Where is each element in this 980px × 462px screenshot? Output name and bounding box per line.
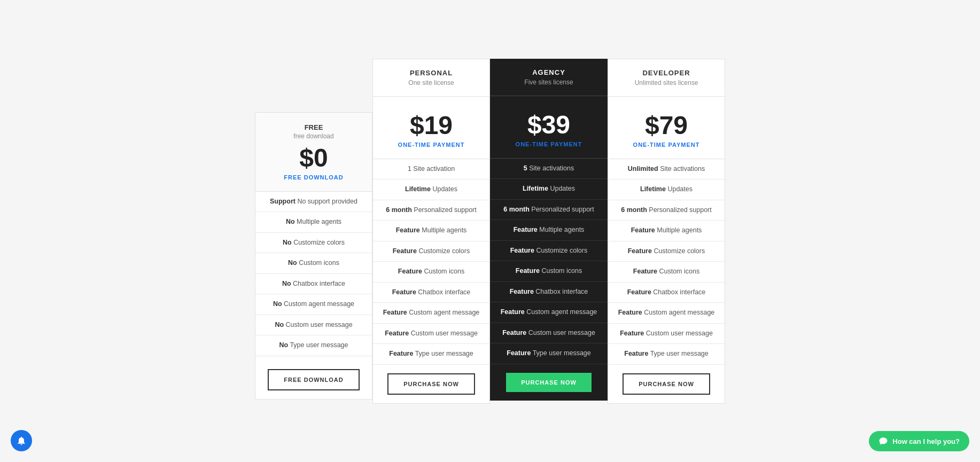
feature-label-rest: Custom icons [299,259,339,267]
chat-widget[interactable]: How can I help you? [869,431,969,451]
feature-label-rest: Personalized support [649,206,711,214]
feature-label-bold: Feature [510,288,534,295]
feature-label-bold: Feature [628,247,652,255]
feature-label-rest: Custom user message [528,329,595,336]
feature-label-bold: 6 month [503,206,530,213]
personal-activation-support: 6 month Personalized support [373,200,489,221]
developer-activation-sites: Unlimited Site activations [608,159,725,180]
feature-label-bold: No [273,300,282,308]
personal-feature-user-msg: Feature Custom user message [373,324,489,344]
feature-label-rest: Multiple agents [539,226,584,233]
feature-label-bold: 6 month [621,206,647,214]
feature-label-rest: Custom icons [541,267,582,275]
developer-purchase-button[interactable]: PURCHASE NOW [623,373,710,395]
free-cta: FREE DOWNLOAD [264,174,363,181]
feature-label-bold: Lifetime [523,185,548,192]
agency-feature-colors: Feature Customize colors [490,241,608,262]
developer-activation-updates: Lifetime Updates [608,179,725,200]
feature-label-rest: Customize colors [293,239,345,246]
feature-label-rest: Type user message [650,350,709,357]
feature-label-bold: Feature [624,350,648,357]
free-price: $0 [264,145,363,171]
feature-label-bold: Feature [627,288,651,296]
feature-label-rest: Custom agent message [644,309,714,316]
agency-activation-sites: 5 Site activations [490,159,608,179]
feature-label-rest: Customize colors [418,247,470,255]
feature-label-bold: Feature [393,247,417,255]
developer-feature-type-msg: Feature Type user message [608,344,725,365]
developer-feature-chatbox: Feature Chatbox interface [608,283,725,303]
personal-purchase-button[interactable]: PURCHASE NOW [387,373,475,395]
feature-label-bold: Lifetime [405,185,431,193]
feature-label-rest: Custom icons [424,268,464,275]
developer-activation-support: 6 month Personalized support [608,200,725,221]
free-feature-type-msg: No Type user message [255,335,372,356]
feature-label-rest: Multiple agents [657,226,702,234]
agency-activations: 5 Site activations Lifetime Updates 6 mo… [490,159,608,364]
feature-label-bold: Feature [633,268,657,275]
free-download-button[interactable]: FREE DOWNLOAD [268,369,359,390]
feature-label-bold: Feature [510,247,534,254]
personal-feature-colors: Feature Customize colors [373,241,489,262]
feature-label-rest: 1 Site activation [408,165,455,173]
personal-feature-icons: Feature Custom icons [373,262,489,283]
feature-label-rest: Custom agent message [526,308,597,316]
feature-label-rest: Custom agent message [409,309,479,316]
free-feature-agents: No Multiple agents [255,212,372,233]
agency-payment-label: ONE-TIME PAYMENT [499,141,599,147]
personal-activation-updates: Lifetime Updates [373,179,489,200]
developer-header: DEVELOPER Unlimited sites license [608,59,725,97]
free-feature-agent-msg: No Custom agent message [255,294,372,315]
personal-price: $19 [382,113,481,138]
personal-feature-chatbox: Feature Chatbox interface [373,283,489,303]
feature-label-bold: Feature [398,268,422,275]
feature-label-bold: Feature [631,226,655,234]
feature-label-bold: Feature [501,308,525,316]
free-subtitle: free download [264,132,363,140]
personal-feature-type-msg: Feature Type user message [373,344,489,365]
developer-feature-colors: Feature Customize colors [608,241,725,262]
feature-label-rest: Site activations [529,165,574,172]
agency-purchase-button[interactable]: PURCHASE NOW [506,373,592,392]
notification-bell-icon[interactable] [11,430,32,451]
personal-title: PERSONAL [382,69,481,77]
feature-label-bold: Feature [516,267,540,275]
feature-label-bold: No [282,280,291,287]
personal-payment-label: ONE-TIME PAYMENT [382,142,481,148]
agency-feature-user-msg: Feature Custom user message [490,323,608,344]
feature-label-bold: Feature [385,330,409,337]
feature-label-rest: Updates [432,185,457,193]
feature-label-bold: 5 [524,165,527,172]
feature-label-bold: No [286,218,295,225]
feature-label-bold: Feature [618,309,642,316]
feature-label-bold: Feature [392,288,416,296]
feature-label-bold: Feature [383,309,407,316]
feature-label-rest: Custom user message [411,330,478,337]
free-btn-section: FREE DOWNLOAD [255,356,372,399]
feature-label-bold: No [283,239,292,246]
feature-label-bold: Feature [389,350,413,357]
developer-payment-label: ONE-TIME PAYMENT [617,142,716,148]
developer-feature-agent-msg: Feature Custom agent message [608,303,725,324]
personal-activations: 1 Site activation Lifetime Updates 6 mon… [373,159,489,365]
agency-price-section: $39 ONE-TIME PAYMENT [490,96,608,159]
personal-activation-sites: 1 Site activation [373,159,489,180]
feature-label-bold: No [275,321,284,328]
personal-feature-agent-msg: Feature Custom agent message [373,303,489,324]
feature-label-bold: Lifetime [640,185,666,193]
feature-label-bold: No [288,259,297,267]
chat-icon [878,436,888,446]
feature-label-rest: Type user message [533,349,591,357]
personal-btn-section: PURCHASE NOW [373,365,489,403]
agency-activation-updates: Lifetime Updates [490,179,608,200]
developer-activations: Unlimited Site activations Lifetime Upda… [608,159,725,365]
plan-free: FREE free download $0 FREE DOWNLOAD Supp… [255,112,372,400]
personal-feature-agents: Feature Multiple agents [373,221,489,241]
feature-label-bold: Feature [620,330,644,337]
chat-widget-label: How can I help you? [892,437,960,445]
feature-label-bold: Support [270,198,295,205]
feature-label-rest: Personalized support [531,206,594,213]
feature-label-rest: No support provided [297,198,357,205]
free-features: Support No support provided No Multiple … [255,192,372,356]
free-feature-colors: No Customize colors [255,233,372,254]
